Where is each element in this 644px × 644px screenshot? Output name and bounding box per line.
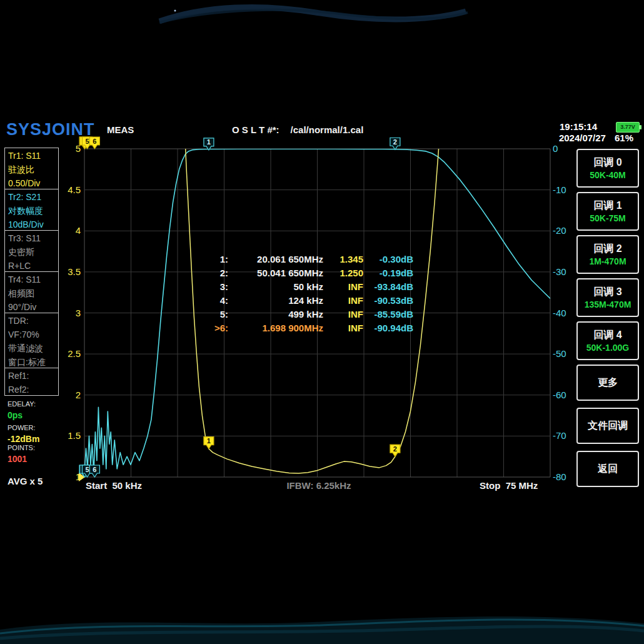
marker-db: -93.84dB: [363, 280, 413, 294]
svg-text:6: 6: [93, 466, 96, 473]
marker-value: INF: [323, 308, 363, 321]
decorative-swoosh-top: [0, 0, 644, 38]
marker-value: 1.345: [323, 253, 363, 266]
marker-freq-active: 1.698 900MHz: [228, 321, 323, 335]
decorative-wave-bottom: [0, 597, 644, 644]
marker-db: -90.53dB: [363, 294, 413, 308]
marker-num: 2:: [184, 266, 228, 280]
marker-readout-table: 1: 20.061 650MHz 1.345 -0.30dB 2: 50.041…: [184, 253, 413, 335]
svg-text:6: 6: [93, 138, 96, 145]
svg-text:2: 2: [393, 445, 397, 453]
svg-text:5: 5: [85, 138, 89, 145]
marker-freq: 124 kHz: [228, 294, 323, 308]
svg-text:1: 1: [207, 437, 211, 445]
marker-num: 5:: [184, 308, 228, 321]
svg-text:1: 1: [207, 138, 211, 146]
marker-flag-s21-2: 2: [390, 138, 400, 149]
svg-text:5: 5: [85, 466, 89, 473]
marker-freq: 50.041 650MHz: [228, 266, 323, 280]
marker-flag-swr-1: 1: [204, 437, 214, 449]
marker-num: 3:: [184, 280, 228, 294]
marker-num: 1:: [184, 253, 228, 266]
marker-freq: 50 kHz: [228, 280, 323, 294]
marker-freq: 499 kHz: [228, 308, 323, 321]
marker-num-active: >6:: [214, 323, 228, 333]
marker-num: 4:: [184, 294, 228, 308]
marker-db: -90.94dB: [363, 321, 413, 335]
marker-value: INF: [323, 280, 363, 294]
marker-flag-swr-2: 2: [390, 445, 400, 456]
marker-flag-s21-6: 6: [89, 465, 99, 477]
marker-freq: 20.061 650MHz: [228, 253, 323, 266]
marker-db: -0.30dB: [363, 253, 413, 266]
marker-flag-swr-6: 6: [89, 137, 99, 149]
marker-db: -85.59dB: [363, 308, 413, 321]
marker-db: -0.19dB: [363, 266, 413, 280]
marker-value: 1.250: [323, 266, 363, 280]
svg-text:2: 2: [393, 138, 397, 146]
vna-screen: 123456123456 SYSJOINT MEAS O S L T #*: /…: [4, 119, 639, 494]
marker-flag-s21-1: 1: [204, 138, 214, 150]
marker-value: INF: [323, 294, 363, 308]
marker-value: INF: [323, 321, 363, 335]
